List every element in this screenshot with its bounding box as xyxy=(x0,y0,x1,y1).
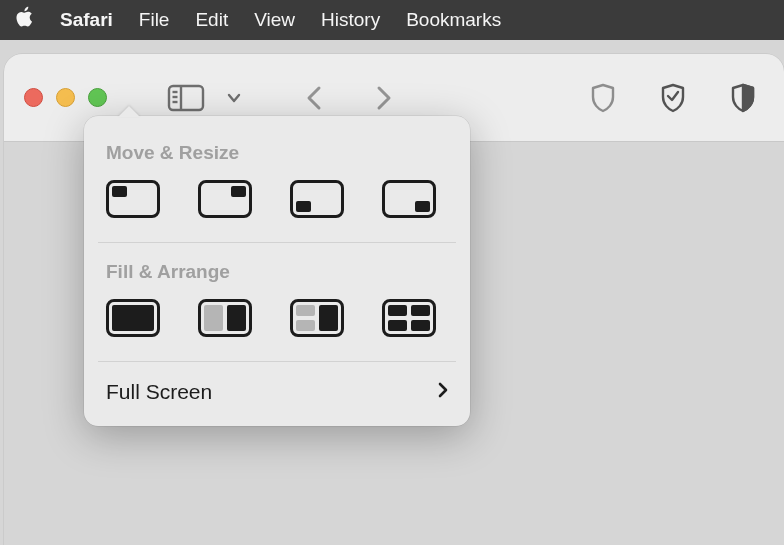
forward-button[interactable] xyxy=(367,79,401,117)
tile-top-right-button[interactable] xyxy=(198,180,252,218)
fill-arrange-row xyxy=(84,295,470,359)
shield-half-icon[interactable] xyxy=(722,77,764,119)
section-label-fill-arrange: Fill & Arrange xyxy=(84,245,470,295)
full-screen-label: Full Screen xyxy=(106,380,212,404)
menubar-item-edit[interactable]: Edit xyxy=(195,9,228,31)
arrange-left-right-button[interactable] xyxy=(198,299,252,337)
system-menubar: Safari File Edit View History Bookmarks xyxy=(0,0,784,40)
fill-screen-button[interactable] xyxy=(106,299,160,337)
menubar-item-history[interactable]: History xyxy=(321,9,380,31)
arrange-quarters-button[interactable] xyxy=(382,299,436,337)
shield-check-icon[interactable] xyxy=(652,77,694,119)
move-resize-row xyxy=(84,176,470,240)
window-tiling-popover: Move & Resize Fill & Arrange xyxy=(84,116,470,426)
zoom-window-button[interactable] xyxy=(88,88,107,107)
section-label-move-resize: Move & Resize xyxy=(84,126,470,176)
full-screen-menu-item[interactable]: Full Screen xyxy=(84,364,470,422)
traffic-lights xyxy=(24,88,107,107)
apple-logo-icon[interactable] xyxy=(14,6,34,34)
tile-top-left-button[interactable] xyxy=(106,180,160,218)
menubar-item-view[interactable]: View xyxy=(254,9,295,31)
sidebar-dropdown-button[interactable] xyxy=(213,87,249,109)
separator xyxy=(98,242,456,243)
menubar-item-app[interactable]: Safari xyxy=(60,9,113,31)
separator xyxy=(98,361,456,362)
chevron-right-icon xyxy=(438,381,448,403)
sidebar-toggle-button[interactable] xyxy=(159,78,213,118)
shield-outline-icon[interactable] xyxy=(582,77,624,119)
arrange-three-button[interactable] xyxy=(290,299,344,337)
tile-bottom-left-button[interactable] xyxy=(290,180,344,218)
back-button[interactable] xyxy=(297,79,331,117)
close-window-button[interactable] xyxy=(24,88,43,107)
tile-bottom-right-button[interactable] xyxy=(382,180,436,218)
minimize-window-button[interactable] xyxy=(56,88,75,107)
menubar-item-file[interactable]: File xyxy=(139,9,170,31)
menubar-item-bookmarks[interactable]: Bookmarks xyxy=(406,9,501,31)
